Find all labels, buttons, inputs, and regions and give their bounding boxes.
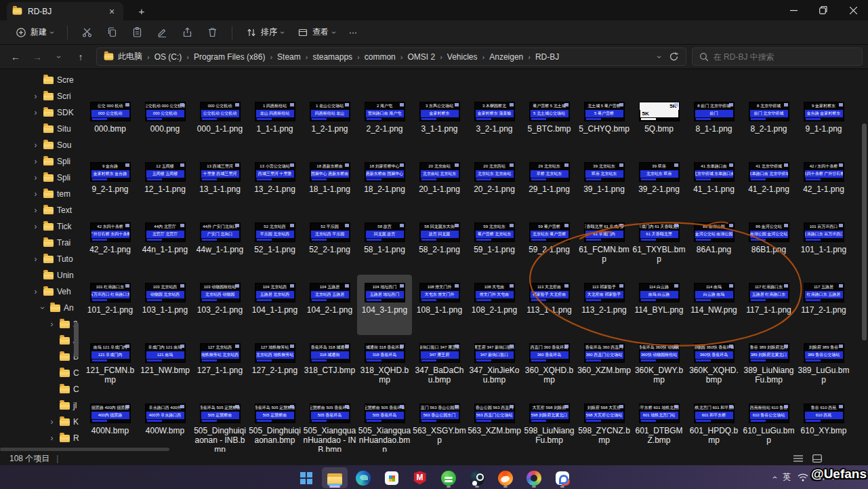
breadcrumb-item[interactable]: Anzeigen <box>487 51 526 63</box>
sidebar-tree-item[interactable]: › Spli <box>0 170 80 186</box>
share-button[interactable] <box>175 22 199 42</box>
up-button[interactable]: ↑ <box>70 47 91 66</box>
file-item[interactable]: 动物园 360快 香泉环岛 360快 香泉环岛 360K_XQHD.bmp <box>686 335 741 395</box>
file-item[interactable]: 13 小营公交场站 西城三里河 十里堡 13_2-1.png <box>247 154 302 214</box>
sidebar-tree-item[interactable]: › tem <box>0 186 80 202</box>
file-item[interactable]: 城通街 318 香泉环岛 318 香泉环岛 318_XQHD.bmp <box>357 335 412 395</box>
file-item[interactable]: 定慧桥南 505 香泉环岛 505 香泉环岛 505_XiangquanHuan… <box>302 395 357 452</box>
taskbar-browser-orange-button[interactable] <box>493 467 518 488</box>
file-item[interactable]: 13 西城三里河 十里堡 西城三里河 13_1-1.png <box>192 154 247 214</box>
sidebar-tree-item[interactable]: Scre <box>0 72 80 88</box>
file-item[interactable]: 58 回龙观东大街 故宫 回龙观 58_2-1.png <box>412 214 467 275</box>
breadcrumb-item[interactable]: Vehicles <box>445 51 480 63</box>
sidebar-tree-item[interactable]: C <box>0 381 80 397</box>
file-item[interactable]: 113 大北窑南 祁家豁子 大北窑南 113_1-1.png <box>522 275 577 335</box>
tree-chevron-icon[interactable]: › <box>31 157 40 165</box>
file-item[interactable]: 18 刘家窑桥中心 惠新东桥南 国展中心 18_2-1.png <box>357 154 412 214</box>
file-item[interactable]: 香泉环岛 505 定慧桥南 505 定慧桥南 505_Dinghuiqiaona… <box>247 395 302 452</box>
file-item[interactable]: 113 祁家豁子 大北窑南 祁家豁子 113_2-1.png <box>577 275 632 335</box>
file-item[interactable]: 9 金台路 金家村桥东 金台路 9_2-1.png <box>83 154 138 214</box>
file-item[interactable]: 8 前门 北京华侨城 前门 8_1-1.png <box>686 94 741 154</box>
file-item[interactable]: 阜成门内 121 南坞 121 南坞 121_NW.bmp <box>138 335 192 395</box>
breadcrumb-item[interactable]: OMSI 2 <box>405 51 438 63</box>
refresh-icon[interactable] <box>669 52 679 62</box>
breadcrumb-item[interactable]: RD-BJ <box>533 51 562 63</box>
maximize-button[interactable] <box>808 0 838 20</box>
tree-chevron-icon[interactable]: › <box>31 92 40 100</box>
file-item[interactable]: 41 北京华侨城 东单路口南 北京华侨城 41_2-1.png <box>741 154 796 214</box>
file-item[interactable]: 刘娘府 598 大瓦窑 598 大瓦窑公交场站 598_ZYCNZ.bmp <box>577 395 632 452</box>
sidebar-tree-item[interactable]: › R <box>0 430 80 446</box>
file-item[interactable]: 39 北京站东 双庙 北京站东 39_1-1.png <box>577 154 632 214</box>
view-button[interactable]: 查看 › <box>291 22 342 42</box>
file-item[interactable]: 3 木樨园桥北 金家村桥东 蒲黄榆 3_2-1.png <box>467 94 522 154</box>
sidebar-tree-item[interactable]: B <box>0 349 80 365</box>
minimize-button[interactable] <box>779 0 808 20</box>
file-item[interactable]: 101 红庙路口东 百万庄西口 红庙路口东 101_2-1.png <box>83 275 138 335</box>
close-button[interactable] <box>838 0 868 20</box>
file-item[interactable]: 德贤路 400内 德贤路 400内 德贤路 400N.bmp <box>83 395 138 452</box>
file-item[interactable]: 59 菜户营桥 北京站东 菜户营桥 59_2-1.png <box>522 214 577 275</box>
sidebar-tree-item[interactable]: › Text <box>0 202 80 218</box>
file-item[interactable]: 18 惠新东桥南 国展中心 惠新东桥南 18_1-1.png <box>302 154 357 214</box>
taskbar-explorer-button[interactable] <box>322 467 348 488</box>
file-item[interactable]: 雍王府 347 新街口豁口 347 新街口豁口 347_XinJieKou.bm… <box>467 335 522 395</box>
sidebar-tree-item[interactable]: › Spli <box>0 153 80 170</box>
file-item[interactable]: 41 东单路口南 北京华侨城 东单路口南 41_1-1.png <box>686 154 741 214</box>
file-item[interactable]: 天香颐北里 61 阜成门内 61 阜成门内 61_FCMN.bmp <box>577 214 632 275</box>
file-item[interactable]: 42 东四十条桥 广外甘石桥 东四十条桥 42_2-1.png <box>83 214 138 275</box>
more-options-button[interactable]: ··· <box>343 24 363 41</box>
file-item[interactable]: 1 四惠枢纽站 老山 四惠枢纽站 1_1-1.png <box>247 94 302 154</box>
file-item[interactable]: 公交机动 000 公交机动 000 公交机动 000.png <box>138 94 192 154</box>
tree-chevron-icon[interactable]: › <box>47 320 56 328</box>
breadcrumb-item[interactable]: OS (C:) <box>152 51 185 63</box>
file-item[interactable]: 新街口豁口 347 雍王府 347 雍王府 347_BaDaChu.bmp <box>412 335 467 395</box>
file-item[interactable]: 104 北京站西 五路居 北京站西 104_1-1.png <box>247 275 302 335</box>
file-item[interactable]: 114 南坞 白云路 南坞 114_NW.png <box>686 275 741 335</box>
history-dropdown-button[interactable]: › <box>49 47 69 66</box>
sidebar-tree-item[interactable]: C <box>0 365 80 381</box>
taskbar-store-button[interactable] <box>379 467 405 488</box>
file-item[interactable]: 香山公园 563 西直门 563 西直门公交场站 563_XZM.bmp <box>467 395 522 452</box>
copy-button[interactable] <box>100 22 124 42</box>
file-item[interactable]: 香泉环岛 360快 动物园 360快 动物园枢纽站 360K_DWY.bmp <box>632 335 686 395</box>
file-item[interactable]: 104 五路居 北京站西 五路居 104_2-1.png <box>302 275 357 335</box>
file-item[interactable]: 108 大屯南 崇文门外 大屯南 108_2-1.png <box>467 275 522 335</box>
file-item[interactable]: 104 地坛西门 五路居 地坛西门 104_3-1.png <box>357 275 412 335</box>
file-item[interactable]: 127 地铁柳芳站 北京站西 地铁柳芳站 127_2-1.png <box>247 335 302 395</box>
thumbnail-view-button[interactable] <box>811 453 823 464</box>
sidebar-tree-item[interactable]: A <box>0 332 80 349</box>
file-item[interactable]: 114 白云路 南坞 白云路 114_BYL.png <box>632 275 686 335</box>
file-item[interactable]: 86 金河公交站 南湖公园 金河公交站 86B1.png <box>741 214 796 275</box>
file-item[interactable]: 108 崇文门外 大屯东 崇文门外 108_1-1.png <box>412 275 467 335</box>
explorer-tab[interactable]: RD-BJ × <box>7 2 123 20</box>
file-item[interactable]: 西直门 563 香山公园东门 563 香山公园东门 563_XSGY.bmp <box>412 395 467 452</box>
taskbar-browser-green-button[interactable] <box>436 467 461 488</box>
file-item[interactable]: 北土城 5 菜户营桥 5 菜户营桥 5_CHYQ.bmp <box>577 94 632 154</box>
file-item[interactable]: 南坞 121 阜成门内 121 阜成门内 121_FCMN.bmp <box>83 335 138 395</box>
file-item[interactable]: 20 北京西站 北京站东 北京南站 20_2-1.png <box>467 154 522 214</box>
tree-chevron-icon[interactable]: › <box>47 434 56 442</box>
tree-chevron-icon[interactable]: › <box>31 174 40 182</box>
file-item[interactable]: 103 动物园枢纽站 北京站西 动物园 103_2-1.png <box>192 275 247 335</box>
file-item[interactable]: 52 平乐园 北京站西 平乐园 52_2-1.png <box>302 214 357 275</box>
tree-chevron-icon[interactable]: › <box>31 141 40 149</box>
tree-chevron-icon[interactable]: › <box>31 190 40 198</box>
file-pane-scrollbar[interactable] <box>862 123 867 340</box>
sidebar-scrollbar[interactable] <box>74 322 79 357</box>
taskbar-mcafee-button[interactable] <box>407 467 433 488</box>
file-item[interactable]: 000 公交机动 公交机动 公交机动 000_1-1.png <box>192 94 247 154</box>
sidebar-tree-item[interactable]: › SDK <box>0 104 80 121</box>
file-item[interactable]: 和平东桥 601 地铁北宫门 601 地铁北宫门站 601_DTBGMZ.bmp <box>632 395 686 452</box>
back-button[interactable]: ← <box>5 47 26 66</box>
sidebar-tree-item[interactable]: › K <box>0 414 80 430</box>
tree-chevron-icon[interactable]: › <box>31 255 40 263</box>
taskbar-app-white-button[interactable] <box>550 467 575 488</box>
details-view-button[interactable] <box>792 453 804 464</box>
breadcrumb-item[interactable]: common <box>362 51 398 63</box>
tree-chevron-icon[interactable]: › <box>31 206 40 214</box>
file-item[interactable]: 39 双庙 北京站东 双庙 39_2-1.png <box>632 154 686 214</box>
file-item[interactable]: 44内 北官厅 北官厅 北官厅 44n_1-1.png <box>138 214 192 275</box>
breadcrumb[interactable]: 此电脑›OS (C:)›Program Files (x86)›Steam›st… <box>96 47 686 66</box>
sidebar-tree-item[interactable]: › 2 <box>0 316 80 332</box>
